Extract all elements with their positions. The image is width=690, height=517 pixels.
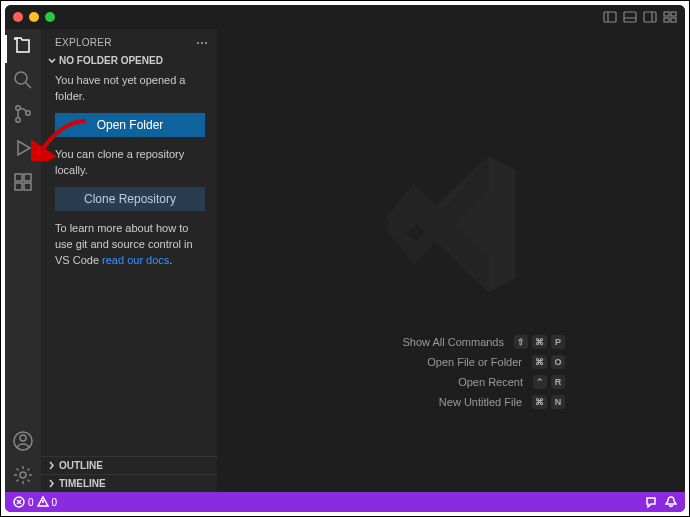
layout-panel-icon[interactable] bbox=[623, 10, 637, 24]
command-row: Show All Commands⇧⌘P bbox=[403, 335, 566, 349]
accounts-icon[interactable] bbox=[12, 430, 34, 452]
extensions-icon[interactable] bbox=[12, 171, 34, 193]
window-controls bbox=[13, 12, 55, 22]
chevron-down-icon bbox=[47, 56, 56, 65]
key: R bbox=[551, 375, 565, 389]
svg-rect-6 bbox=[664, 12, 669, 16]
svg-point-12 bbox=[16, 106, 20, 110]
docs-hint: To learn more about how to use git and s… bbox=[55, 221, 205, 269]
feedback-icon[interactable] bbox=[645, 496, 657, 508]
svg-rect-7 bbox=[671, 12, 676, 16]
sidebar: EXPLORER NO FOLDER OPENED You have not y… bbox=[41, 29, 217, 492]
customize-layout-icon[interactable] bbox=[663, 10, 677, 24]
open-folder-button[interactable]: Open Folder bbox=[55, 113, 205, 137]
timeline-section[interactable]: TIMELINE bbox=[41, 474, 217, 492]
outline-section[interactable]: OUTLINE bbox=[41, 456, 217, 474]
sidebar-body: You have not yet opened a folder. Open F… bbox=[41, 69, 217, 456]
chevron-right-icon bbox=[47, 461, 56, 470]
command-keys: ⌘O bbox=[532, 355, 565, 369]
command-row: Open Recent⌃R bbox=[403, 375, 566, 389]
status-left: 0 0 bbox=[13, 496, 57, 508]
command-keys: ⌘N bbox=[532, 395, 565, 409]
command-label: Show All Commands bbox=[403, 336, 505, 348]
close-icon[interactable] bbox=[13, 12, 23, 22]
svg-rect-0 bbox=[604, 12, 616, 22]
svg-point-13 bbox=[16, 118, 20, 122]
key: ⌃ bbox=[533, 375, 547, 389]
svg-rect-8 bbox=[664, 18, 669, 22]
svg-rect-16 bbox=[15, 174, 22, 181]
svg-point-21 bbox=[20, 435, 26, 441]
vscode-logo bbox=[217, 139, 685, 309]
title-bar bbox=[5, 5, 685, 29]
key: O bbox=[551, 355, 565, 369]
clone-hint: You can clone a repository locally. bbox=[55, 147, 205, 179]
title-actions bbox=[603, 10, 677, 24]
key: P bbox=[551, 335, 565, 349]
layout-sidebar-right-icon[interactable] bbox=[643, 10, 657, 24]
read-our-docs-link[interactable]: read our docs bbox=[102, 254, 169, 266]
warning-icon bbox=[37, 496, 49, 508]
command-keys: ⇧⌘P bbox=[514, 335, 565, 349]
main-body: EXPLORER NO FOLDER OPENED You have not y… bbox=[5, 29, 685, 492]
layout-sidebar-left-icon[interactable] bbox=[603, 10, 617, 24]
svg-rect-2 bbox=[624, 12, 636, 22]
command-keys: ⌃R bbox=[533, 375, 565, 389]
key: ⌘ bbox=[532, 335, 547, 349]
source-control-icon[interactable] bbox=[12, 103, 34, 125]
command-label: New Untitled File bbox=[439, 396, 522, 408]
svg-rect-19 bbox=[24, 174, 31, 181]
explorer-icon[interactable] bbox=[12, 35, 34, 57]
key: ⌘ bbox=[532, 355, 547, 369]
key: ⇧ bbox=[514, 335, 528, 349]
clone-repository-button[interactable]: Clone Repository bbox=[55, 187, 205, 211]
key: N bbox=[551, 395, 565, 409]
status-bar: 0 0 bbox=[5, 492, 685, 512]
key: ⌘ bbox=[532, 395, 547, 409]
svg-marker-15 bbox=[18, 141, 30, 155]
open-folder-hint: You have not yet opened a folder. bbox=[55, 73, 205, 105]
command-row: Open File or Folder⌘O bbox=[403, 355, 566, 369]
command-row: New Untitled File⌘N bbox=[403, 395, 566, 409]
svg-point-22 bbox=[20, 472, 26, 478]
window: EXPLORER NO FOLDER OPENED You have not y… bbox=[5, 5, 685, 512]
command-label: Open File or Folder bbox=[427, 356, 522, 368]
svg-point-10 bbox=[15, 72, 27, 84]
activity-bar bbox=[5, 29, 41, 492]
minimize-icon[interactable] bbox=[29, 12, 39, 22]
svg-rect-17 bbox=[15, 183, 22, 190]
error-icon bbox=[13, 496, 25, 508]
explorer-title: EXPLORER bbox=[55, 37, 112, 48]
bell-icon[interactable] bbox=[665, 496, 677, 508]
gear-icon[interactable] bbox=[12, 464, 34, 486]
editor-area: Show All Commands⇧⌘POpen File or Folder⌘… bbox=[217, 29, 685, 492]
search-icon[interactable] bbox=[12, 69, 34, 91]
svg-rect-4 bbox=[644, 12, 656, 22]
maximize-icon[interactable] bbox=[45, 12, 55, 22]
svg-rect-9 bbox=[671, 18, 676, 22]
sidebar-header: EXPLORER bbox=[41, 29, 217, 52]
welcome-commands: Show All Commands⇧⌘POpen File or Folder⌘… bbox=[403, 329, 566, 415]
sidebar-footer: OUTLINE TIMELINE bbox=[41, 456, 217, 492]
command-label: Open Recent bbox=[458, 376, 523, 388]
chevron-right-icon bbox=[47, 479, 56, 488]
more-icon[interactable] bbox=[197, 42, 207, 44]
svg-rect-18 bbox=[24, 183, 31, 190]
no-folder-section[interactable]: NO FOLDER OPENED bbox=[41, 52, 217, 69]
status-problems[interactable]: 0 0 bbox=[13, 496, 57, 508]
run-debug-icon[interactable] bbox=[12, 137, 34, 159]
svg-line-11 bbox=[26, 83, 31, 88]
status-right bbox=[645, 496, 677, 508]
